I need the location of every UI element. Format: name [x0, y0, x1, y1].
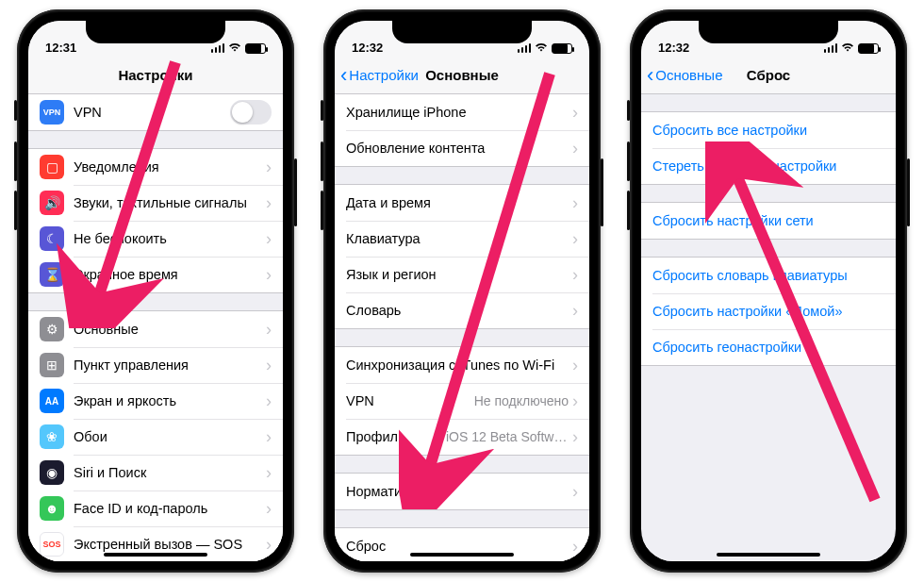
battery-icon: [552, 43, 572, 54]
settings-row[interactable]: Обновление контента›: [335, 130, 589, 166]
settings-row[interactable]: Словарь›: [335, 292, 589, 328]
mute-switch[interactable]: [321, 100, 323, 121]
reset-list[interactable]: Сбросить все настройкиСтереть контент и …: [641, 94, 896, 561]
mute-switch[interactable]: [627, 100, 630, 121]
general-icon: ⚙: [40, 317, 64, 341]
row-label: Обои: [74, 429, 266, 444]
settings-row[interactable]: ▢Уведомления›: [28, 149, 283, 185]
settings-row[interactable]: Синхронизация с iTunes по Wi-Fi›: [335, 347, 589, 383]
row-label: Сбросить геонастройки: [652, 340, 884, 355]
volume-up-button[interactable]: [14, 141, 17, 181]
page-title: Настройки: [118, 67, 192, 83]
settings-row[interactable]: Сбросить геонастройки: [641, 329, 896, 365]
volume-down-button[interactable]: [627, 191, 630, 230]
toggle-switch[interactable]: [230, 100, 272, 125]
settings-group: Сбросить все настройкиСтереть контент и …: [641, 111, 896, 185]
navbar: ‹ Основные Сброс: [641, 57, 896, 94]
row-label: Хранилище iPhone: [346, 105, 572, 120]
power-button[interactable]: [907, 158, 910, 226]
row-label: Уведомления: [74, 159, 266, 175]
settings-group: Сбросить настройки сети: [641, 202, 896, 240]
row-value: iOS 12 Beta Software Profile: [446, 429, 569, 444]
row-label: Не беспокоить: [74, 231, 266, 246]
volume-up-button[interactable]: [627, 141, 630, 181]
settings-row[interactable]: ☾Не беспокоить›: [28, 221, 283, 257]
chevron-right-icon: ›: [266, 357, 272, 374]
chevron-right-icon: ›: [572, 104, 578, 121]
row-label: Сбросить настройки «Домой»: [652, 304, 884, 319]
wifi-icon: [841, 42, 854, 55]
siri-icon: ◉: [40, 460, 64, 485]
settings-row[interactable]: Дата и время›: [335, 185, 589, 221]
notif-icon: ▢: [40, 155, 64, 179]
settings-group: Дата и время›Клавиатура›Язык и регион›Сл…: [335, 184, 589, 329]
settings-row[interactable]: VPNНе подключено›: [335, 383, 589, 419]
settings-row[interactable]: Сбросить настройки «Домой»: [641, 293, 896, 329]
power-button[interactable]: [294, 158, 297, 226]
settings-row[interactable]: Сбросить все настройки: [641, 112, 896, 148]
settings-row[interactable]: Клавиатура›: [335, 221, 589, 257]
chevron-right-icon: ›: [266, 230, 272, 247]
settings-row[interactable]: ⊞Пункт управления›: [28, 347, 283, 383]
settings-row[interactable]: ⚙Основные›: [28, 311, 283, 347]
settings-row[interactable]: AAЭкран и яркость›: [28, 383, 283, 419]
chevron-right-icon: ›: [572, 483, 578, 500]
wifi-icon: [228, 42, 241, 55]
notch: [392, 21, 532, 43]
signal-icon: [824, 43, 838, 53]
phone-frame-1: 12:31 Настройки VPNVPN▢Уведомления›🔊Звук…: [17, 9, 294, 573]
row-label: Пункт управления: [74, 358, 266, 373]
chevron-right-icon: ›: [266, 158, 272, 175]
settings-row[interactable]: Сбросить словарь клавиатуры: [641, 258, 896, 293]
settings-row[interactable]: VPNVPN: [28, 94, 283, 130]
settings-row[interactable]: 🔊Звуки, тактильные сигналы›: [28, 185, 283, 221]
row-label: Словарь: [346, 303, 572, 318]
row-label: Нормативы: [346, 484, 572, 499]
mute-switch[interactable]: [14, 100, 17, 121]
phone-frame-2: 12:32 ‹ Настройки Основные Хранилище iPh…: [323, 9, 601, 573]
status-indicators: [211, 42, 267, 55]
chevron-left-icon: ‹: [340, 65, 347, 86]
general-list[interactable]: Хранилище iPhone›Обновление контента›Дат…: [335, 94, 589, 561]
battery-icon: [245, 43, 266, 54]
back-button[interactable]: ‹ Настройки: [340, 65, 419, 86]
settings-row[interactable]: ПрофильiOS 12 Beta Software Profile›: [335, 419, 589, 455]
row-label: Обновление контента: [346, 141, 572, 156]
settings-row[interactable]: ◉Siri и Поиск›: [28, 455, 283, 491]
phone-frame-3: 12:32 ‹ Основные Сброс Сбросить все наст…: [630, 9, 907, 573]
home-indicator[interactable]: [410, 553, 514, 557]
chevron-right-icon: ›: [266, 321, 272, 338]
power-button[interactable]: [601, 158, 603, 226]
settings-row[interactable]: Язык и регион›: [335, 257, 589, 292]
settings-group: Нормативы›: [335, 473, 589, 510]
chevron-right-icon: ›: [572, 266, 578, 283]
row-label: Профиль: [346, 429, 446, 444]
volume-up-button[interactable]: [321, 141, 323, 181]
home-indicator[interactable]: [717, 553, 820, 557]
chevron-right-icon: ›: [266, 266, 272, 283]
settings-row[interactable]: Хранилище iPhone›: [335, 94, 589, 130]
settings-list[interactable]: VPNVPN▢Уведомления›🔊Звуки, тактильные си…: [28, 94, 283, 561]
volume-down-button[interactable]: [14, 191, 17, 230]
wifi-icon: [535, 42, 548, 55]
notch: [699, 21, 838, 43]
settings-row[interactable]: ❀Обои›: [28, 419, 283, 455]
back-button[interactable]: ‹ Основные: [647, 65, 723, 86]
settings-row[interactable]: Стереть контент и настройки: [641, 148, 896, 184]
row-label: Стереть контент и настройки: [652, 158, 884, 174]
settings-row[interactable]: Нормативы›: [335, 474, 589, 509]
status-time: 12:31: [45, 41, 76, 55]
status-indicators: [518, 42, 573, 55]
row-label: VPN: [346, 393, 474, 408]
settings-row[interactable]: ⌛Экранное время›: [28, 257, 283, 292]
chevron-right-icon: ›: [266, 500, 272, 517]
chevron-right-icon: ›: [266, 194, 272, 211]
volume-down-button[interactable]: [321, 191, 323, 230]
home-indicator[interactable]: [104, 553, 207, 557]
row-label: Экстренный вызов — SOS: [74, 537, 266, 552]
settings-row[interactable]: ☻Face ID и код-пароль›: [28, 491, 283, 526]
row-value: Не подключено: [474, 393, 569, 408]
display-icon: AA: [40, 389, 64, 413]
settings-row[interactable]: Сбросить настройки сети: [641, 203, 896, 239]
page-title: Основные: [425, 67, 499, 83]
